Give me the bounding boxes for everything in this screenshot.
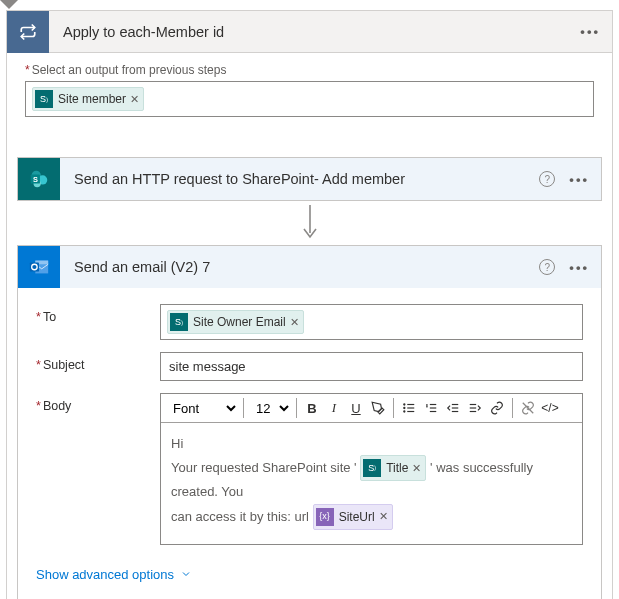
site-member-label: Site member (58, 92, 126, 106)
send-email-card: Send an email (V2) 7 ? ••• *To S⟩ Site O… (17, 245, 602, 599)
http-request-card: S Send an HTTP request to SharePoint- Ad… (17, 157, 602, 201)
apply-to-each-header[interactable]: Apply to each-Member id ••• (7, 11, 612, 53)
to-input[interactable]: S⟩ Site Owner Email ✕ (160, 304, 583, 340)
body-label: *Body (36, 393, 160, 413)
send-email-header[interactable]: Send an email (V2) 7 ? ••• (18, 246, 601, 288)
bullets-button[interactable] (398, 396, 420, 420)
svg-point-14 (404, 407, 405, 408)
remove-pill-icon[interactable]: ✕ (412, 459, 421, 478)
select-output-input[interactable]: S⟩ Site member ✕ (25, 81, 594, 117)
code-view-button[interactable]: </> (539, 396, 561, 420)
sharepoint-icon: S⟩ (170, 313, 188, 331)
select-output-label: *Select an output from previous steps (25, 63, 594, 77)
pill-label: Title (386, 458, 408, 478)
flow-arrow-top (0, 0, 619, 10)
clear-format-button[interactable] (517, 396, 539, 420)
apply-to-each-menu[interactable]: ••• (580, 24, 600, 39)
http-request-header[interactable]: S Send an HTTP request to SharePoint- Ad… (18, 158, 601, 200)
http-request-title: Send an HTTP request to SharePoint- Add … (60, 171, 539, 187)
font-size-select[interactable]: 12 (248, 398, 292, 419)
sharepoint-icon: S⟩ (363, 459, 381, 477)
site-member-pill[interactable]: S⟩ Site member ✕ (32, 87, 144, 111)
pill-label: Site Owner Email (193, 315, 286, 329)
font-select[interactable]: Font (165, 398, 239, 419)
outdent-button[interactable] (442, 396, 464, 420)
show-advanced-options[interactable]: Show advanced options (18, 551, 210, 599)
to-label: *To (36, 304, 160, 324)
body-text: can access it by this: url (171, 508, 309, 523)
subject-label: *Subject (36, 352, 160, 372)
italic-button[interactable]: I (323, 396, 345, 420)
site-owner-email-pill[interactable]: S⟩ Site Owner Email ✕ (167, 310, 304, 334)
chevron-down-icon (180, 568, 192, 580)
body-text: Your requested SharePoint site ' (171, 460, 357, 475)
outlook-icon (18, 246, 60, 288)
svg-point-15 (404, 411, 405, 412)
pill-label: SiteUrl (339, 507, 375, 527)
sharepoint-icon: S⟩ (35, 90, 53, 108)
underline-button[interactable]: U (345, 396, 367, 420)
remove-pill-icon[interactable]: ✕ (130, 93, 139, 106)
subject-input[interactable] (160, 352, 583, 381)
indent-button[interactable] (464, 396, 486, 420)
flow-arrow-connector (7, 205, 612, 241)
rte-toolbar: Font 12 B I U (161, 394, 582, 423)
body-text: Hi (171, 436, 183, 451)
apply-to-each-card: Apply to each-Member id ••• *Select an o… (6, 10, 613, 599)
help-icon[interactable]: ? (539, 171, 555, 187)
sharepoint-connector-icon: S (18, 158, 60, 200)
numbered-list-button[interactable] (420, 396, 442, 420)
rich-text-editor: Font 12 B I U (160, 393, 583, 545)
loop-icon (7, 11, 49, 53)
svg-text:S: S (33, 175, 38, 184)
http-request-menu[interactable]: ••• (569, 172, 589, 187)
expression-icon: {x} (316, 508, 334, 526)
remove-pill-icon[interactable]: ✕ (290, 316, 299, 329)
bold-button[interactable]: B (301, 396, 323, 420)
help-icon[interactable]: ? (539, 259, 555, 275)
title-pill[interactable]: S⟩ Title ✕ (360, 455, 426, 481)
send-email-title: Send an email (V2) 7 (60, 259, 539, 275)
send-email-menu[interactable]: ••• (569, 260, 589, 275)
remove-pill-icon[interactable]: ✕ (379, 507, 388, 526)
siteurl-pill[interactable]: {x} SiteUrl ✕ (313, 504, 393, 530)
apply-to-each-title: Apply to each-Member id (49, 24, 580, 40)
highlight-button[interactable] (367, 396, 389, 420)
link-button[interactable] (486, 396, 508, 420)
rte-body[interactable]: Hi Your requested SharePoint site ' S⟩ T… (161, 423, 582, 544)
svg-point-13 (404, 404, 405, 405)
